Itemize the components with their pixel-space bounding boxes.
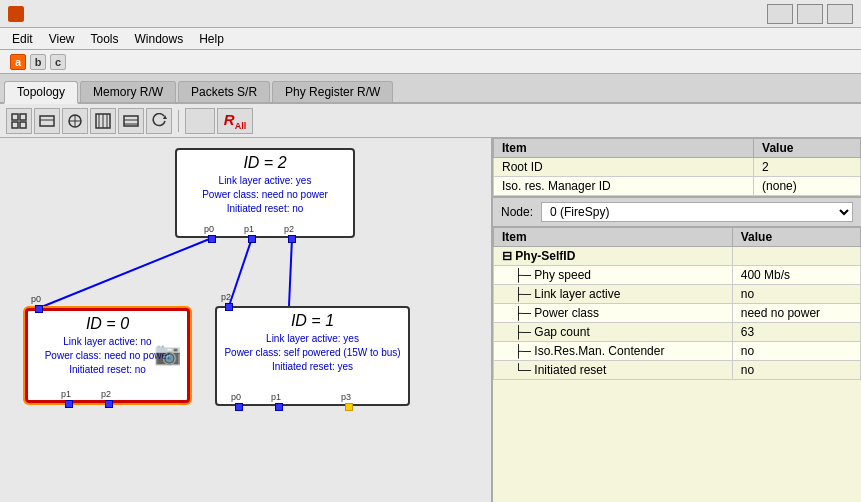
right-panel: Item Value Root ID2Iso. res. Manager ID(… [491,138,861,502]
menubar-item-edit[interactable]: Edit [4,30,41,48]
svg-line-18 [229,238,252,306]
port-dot [235,403,243,411]
menubar-item-help[interactable]: Help [191,30,232,48]
port-dot [248,235,256,243]
row-value: (none) [754,177,861,196]
detail-row: └─ Initiated resetno [494,361,861,380]
menubar: EditViewToolsWindowsHelp [0,28,861,50]
titlebar-left [8,6,30,22]
port-dot [65,400,73,408]
port-label: p2 [284,224,294,234]
info-table-top: Item Value Root ID2Iso. res. Manager ID(… [493,138,861,198]
row-item: Root ID [494,158,754,177]
toolbar-separator [178,110,179,132]
toolbar: RAll [0,104,861,138]
toolbar-btn-3[interactable] [62,108,88,134]
port-dot [208,235,216,243]
detail-item: └─ Initiated reset [494,361,733,380]
node-selector: Node: 0 (FireSpy)12 [493,198,861,227]
detail-table-header-value: Value [732,228,860,247]
toolbar-btn-4[interactable] [90,108,116,134]
node-id-label: ID = 2 [177,154,353,172]
detail-item: ├─ Phy speed [494,266,733,285]
detail-row: ├─ Phy speed400 Mb/s [494,266,861,285]
menubar-item-tools[interactable]: Tools [82,30,126,48]
maximize-button[interactable] [797,4,823,24]
port-label: p3 [341,392,351,402]
node-select-dropdown[interactable]: 0 (FireSpy)12 [541,202,853,222]
detail-value [732,247,860,266]
node-info-text: Link layer active: yes Power class: self… [217,332,408,374]
row-item: Iso. res. Manager ID [494,177,754,196]
port-label: p0 [231,392,241,402]
read-button[interactable] [185,108,215,134]
tabbar: TopologyMemory R/WPackets S/RPhy Registe… [0,74,861,104]
node-device-icon: 📷 [154,341,181,367]
svg-line-19 [289,238,292,306]
detail-item: ⊟ Phy-SelfID [494,247,733,266]
root-table-header-value: Value [754,139,861,158]
node-badge-a[interactable]: a [10,54,26,70]
port-label: p2 [101,389,111,399]
port-label: p1 [61,389,71,399]
detail-value: no [732,361,860,380]
titlebar [0,0,861,28]
node-badge-b[interactable]: b [30,54,46,70]
detail-item: ├─ Power class [494,304,733,323]
port-label: p2 [221,292,231,302]
tab-topology[interactable]: Topology [4,81,78,104]
tab-memory-r-w[interactable]: Memory R/W [80,81,176,102]
detail-table: Item Value ⊟ Phy-SelfID├─ Phy speed400 M… [493,227,861,380]
detail-table-wrap: Item Value ⊟ Phy-SelfID├─ Phy speed400 M… [493,227,861,502]
detail-value: no [732,342,860,361]
port-label: p0 [204,224,214,234]
port-dot [225,303,233,311]
svg-rect-0 [12,114,18,120]
detail-row: ├─ Gap count63 [494,323,861,342]
detail-item: ├─ Link layer active [494,285,733,304]
toolbar-btn-1[interactable] [6,108,32,134]
topology-node-0[interactable]: ID = 2Link layer active: yes Power class… [175,148,355,238]
tab-packets-s-r[interactable]: Packets S/R [178,81,270,102]
port-label: p1 [244,224,254,234]
menubar-item-windows[interactable]: Windows [127,30,192,48]
detail-row: ⊟ Phy-SelfID [494,247,861,266]
port-label: p1 [271,392,281,402]
topology-node-2[interactable]: ID = 1Link layer active: yes Power class… [215,306,410,406]
svg-rect-4 [40,116,54,126]
toolbar-btn-5[interactable] [118,108,144,134]
read-all-button[interactable]: RAll [217,108,253,134]
tab-phy-register-r-w[interactable]: Phy Register R/W [272,81,393,102]
node-badge-c[interactable]: c [50,54,66,70]
detail-value: no [732,285,860,304]
port-dot [275,403,283,411]
detail-table-header-item: Item [494,228,733,247]
node-id-label: ID = 1 [217,312,408,330]
root-table-header-item: Item [494,139,754,158]
toolbar-btn-6[interactable] [146,108,172,134]
svg-rect-2 [12,122,18,128]
toolbar-btn-2[interactable] [34,108,60,134]
detail-item: ├─ Iso.Res.Man. Contender [494,342,733,361]
detail-value: need no power [732,304,860,323]
port-label: p0 [31,294,41,304]
app-icon [8,6,24,22]
detail-value: 400 Mb/s [732,266,860,285]
topology-canvas[interactable]: ID = 2Link layer active: yes Power class… [0,138,491,502]
port-dot [35,305,43,313]
detail-row: ├─ Link layer activeno [494,285,861,304]
menubar-item-view[interactable]: View [41,30,83,48]
port-dot [345,403,353,411]
nodebar: abc [0,50,861,74]
table-row: Root ID2 [494,158,861,177]
svg-line-17 [39,238,212,308]
node-id-label: ID = 0 [28,315,187,333]
titlebar-controls [767,4,853,24]
svg-rect-3 [20,122,26,128]
svg-rect-1 [20,114,26,120]
detail-row: ├─ Iso.Res.Man. Contenderno [494,342,861,361]
close-button[interactable] [827,4,853,24]
minimize-button[interactable] [767,4,793,24]
detail-value: 63 [732,323,860,342]
detail-row: ├─ Power classneed no power [494,304,861,323]
